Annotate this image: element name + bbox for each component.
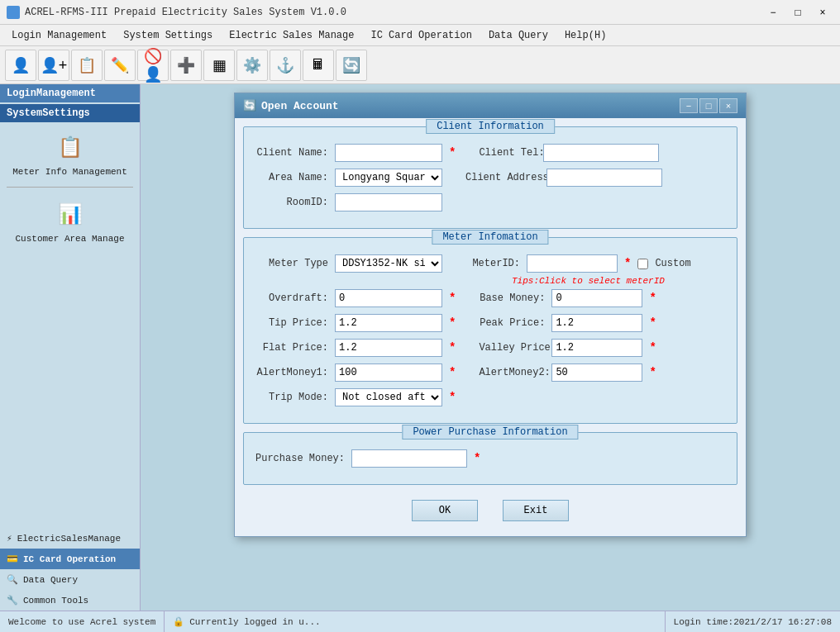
menu-data-query[interactable]: Data Query bbox=[480, 25, 556, 45]
toolbar-btn-7[interactable]: ▦ bbox=[203, 50, 235, 81]
meter-info-title: Meter Infomation bbox=[432, 230, 548, 245]
sidebar: LoginManagement SystemSettings 📋 Meter I… bbox=[0, 84, 141, 611]
toolbar-btn-9[interactable]: ⚓ bbox=[270, 50, 301, 81]
overdraft-required: * bbox=[449, 292, 456, 305]
modal-overlay: 🔄 Open Account − □ × Client Information bbox=[141, 84, 840, 611]
ic-card-icon: 💳 bbox=[7, 554, 18, 564]
toolbar-btn-11[interactable]: 🔄 bbox=[336, 50, 367, 81]
open-account-dialog: 🔄 Open Account − □ × Client Information bbox=[234, 93, 747, 537]
peak-price-required: * bbox=[649, 316, 656, 330]
tip-price-input[interactable] bbox=[335, 314, 442, 332]
toolbar-btn-10[interactable]: 🖩 bbox=[303, 50, 334, 81]
status-login-time: Login time:2021/2/17 16:27:08 bbox=[665, 611, 840, 632]
meter-info-icon: 📋 bbox=[54, 131, 87, 164]
main-layout: LoginManagement SystemSettings 📋 Meter I… bbox=[0, 84, 840, 611]
alert-money2-input[interactable] bbox=[551, 364, 642, 382]
purchase-money-input[interactable] bbox=[351, 449, 467, 468]
menu-system-settings[interactable]: System Settings bbox=[115, 25, 221, 45]
sidebar-ic-card[interactable]: 💳 IC Card Operation bbox=[0, 549, 140, 569]
app-title: ACREL-RFMS-III Prepaid Electricity Sales… bbox=[25, 7, 346, 18]
toolbar: 👤 👤+ 📋 ✏️ 🚫👤 ➕ ▦ ⚙️ ⚓ 🖩 🔄 bbox=[0, 46, 840, 84]
meter-type-select[interactable]: DDSY1352-NK sing bbox=[335, 254, 442, 273]
client-tel-input[interactable] bbox=[543, 144, 659, 162]
purchase-money-required: * bbox=[474, 452, 480, 465]
meter-id-label: MeterID: bbox=[465, 258, 520, 269]
menu-electric-sales[interactable]: Electric Sales Manage bbox=[221, 25, 362, 45]
electric-sales-label: ElectricSalesManage bbox=[17, 534, 121, 544]
base-money-input[interactable] bbox=[551, 289, 642, 307]
alert-money1-input[interactable] bbox=[335, 364, 442, 382]
client-address-input[interactable] bbox=[546, 169, 662, 187]
data-query-icon: 🔍 bbox=[7, 574, 18, 585]
title-bar: ACREL-RFMS-III Prepaid Electricity Sales… bbox=[0, 0, 840, 25]
dialog-maximize[interactable]: □ bbox=[699, 98, 718, 113]
sidebar-item-customer-area[interactable]: 📊 Customer Area Manage bbox=[0, 191, 140, 250]
client-name-label: Client Name: bbox=[255, 147, 328, 159]
dialog-title-bar: 🔄 Open Account − □ × bbox=[235, 93, 746, 118]
minimize-button[interactable]: − bbox=[762, 3, 784, 21]
meter-info-section: Meter Infomation Meter Type DDSY1352-NK … bbox=[243, 237, 737, 424]
ok-button[interactable]: OK bbox=[412, 500, 478, 521]
toolbar-btn-2[interactable]: 👤+ bbox=[38, 50, 69, 81]
customer-area-icon: 📊 bbox=[54, 197, 87, 230]
tip-price-required: * bbox=[449, 316, 456, 330]
trip-mode-select[interactable]: Not closed after Hot closed after bbox=[335, 388, 442, 406]
dialog-content: Client Information Client Name: * Client… bbox=[235, 118, 746, 536]
overdraft-row: Overdraft: * Base Money: * bbox=[255, 289, 725, 307]
peak-price-input[interactable] bbox=[551, 314, 642, 332]
trip-mode-row: Trip Mode: Not closed after Hot closed a… bbox=[255, 388, 725, 406]
close-button[interactable]: × bbox=[812, 3, 833, 21]
dialog-close[interactable]: × bbox=[719, 98, 737, 113]
sidebar-item-meter-info[interactable]: 📋 Meter Info Management bbox=[0, 124, 140, 183]
valley-price-input[interactable] bbox=[551, 339, 642, 357]
sidebar-electric-sales[interactable]: ⚡ ElectricSalesManage bbox=[0, 528, 140, 549]
client-name-row: Client Name: * Client Tel: bbox=[255, 144, 725, 162]
client-address-label: Client Address: bbox=[465, 172, 540, 183]
overdraft-input[interactable] bbox=[335, 289, 442, 307]
dialog-minimize[interactable]: − bbox=[680, 98, 698, 113]
sidebar-common-tools[interactable]: 🔧 Common Tools bbox=[0, 590, 140, 611]
trip-mode-label: Trip Mode: bbox=[255, 392, 328, 403]
toolbar-btn-6[interactable]: ➕ bbox=[170, 50, 202, 81]
maximize-button[interactable]: □ bbox=[787, 3, 809, 21]
dialog-title-left: 🔄 Open Account bbox=[243, 99, 339, 112]
toolbar-btn-5[interactable]: 🚫👤 bbox=[137, 50, 169, 81]
power-purchase-section: Power Purchase Information Purchase Mone… bbox=[243, 432, 737, 485]
flat-price-label: Flat Price: bbox=[255, 342, 328, 354]
common-tools-label: Common Tools bbox=[23, 596, 88, 606]
alert-money-row: AlertMoney1: * AlertMoney2: * bbox=[255, 364, 725, 382]
toolbar-btn-1[interactable]: 👤 bbox=[5, 50, 36, 81]
dialog-icon: 🔄 bbox=[243, 99, 256, 112]
valley-price-required: * bbox=[649, 341, 656, 354]
toolbar-btn-3[interactable]: 📋 bbox=[71, 50, 103, 81]
app-icon bbox=[7, 6, 20, 19]
toolbar-btn-8[interactable]: ⚙️ bbox=[236, 50, 268, 81]
client-info-title: Client Information bbox=[426, 119, 555, 134]
client-name-input[interactable] bbox=[335, 144, 442, 162]
toolbar-btn-4[interactable]: ✏️ bbox=[104, 50, 136, 81]
client-info-section: Client Information Client Name: * Client… bbox=[243, 126, 737, 229]
area-name-select[interactable]: Longyang Square bbox=[335, 169, 442, 187]
alert-money2-required: * bbox=[649, 366, 656, 379]
menu-ic-card[interactable]: IC Card Operation bbox=[362, 25, 480, 45]
sidebar-bottom: ⚡ ElectricSalesManage 💳 IC Card Operatio… bbox=[0, 528, 140, 611]
sidebar-section-system[interactable]: SystemSettings bbox=[0, 104, 140, 122]
exit-button[interactable]: Exit bbox=[503, 500, 569, 521]
sidebar-data-query[interactable]: 🔍 Data Query bbox=[0, 569, 140, 590]
tip-price-row: Tip Price: * Peak Price: * bbox=[255, 314, 725, 332]
meter-id-input[interactable] bbox=[527, 254, 618, 273]
custom-checkbox[interactable] bbox=[637, 259, 648, 269]
data-query-label: Data Query bbox=[23, 575, 78, 585]
room-id-input[interactable] bbox=[335, 193, 442, 211]
power-purchase-title: Power Purchase Information bbox=[402, 425, 578, 440]
menu-help[interactable]: Help(H) bbox=[556, 25, 614, 45]
menu-login-management[interactable]: Login Management bbox=[3, 25, 115, 45]
sidebar-section-login[interactable]: LoginManagement bbox=[0, 84, 140, 102]
ic-card-label: IC Card Operation bbox=[23, 554, 116, 564]
sidebar-item-meter-label: Meter Info Management bbox=[12, 167, 127, 177]
peak-price-label: Peak Price: bbox=[479, 317, 545, 329]
flat-price-input[interactable] bbox=[335, 339, 442, 357]
purchase-money-label: Purchase Money: bbox=[255, 453, 345, 464]
alert-money1-label: AlertMoney1: bbox=[255, 367, 328, 378]
title-bar-controls: − □ × bbox=[762, 3, 833, 21]
